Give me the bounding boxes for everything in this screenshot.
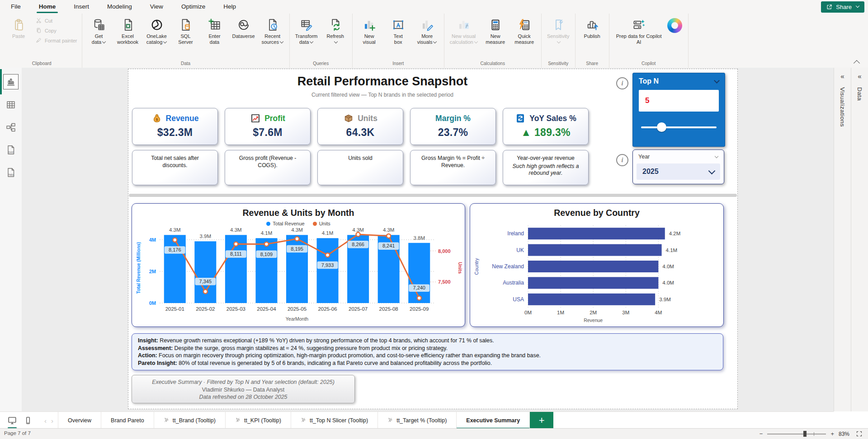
ribbon-button-new-visual[interactable]: Newvisual (355, 14, 384, 45)
kpi-description-profit[interactable]: Gross profit (Revenue - COGS). (225, 150, 311, 185)
ribbon-tab-insert[interactable]: Insert (73, 0, 90, 13)
panel-visualizations[interactable]: « Visualizations (834, 68, 851, 411)
year-slicer-chevron-icon[interactable] (715, 154, 718, 158)
top-n-chevron-down-icon[interactable] (714, 78, 720, 84)
revenue-units-by-month-chart[interactable]: Revenue & Units by Month Total Revenue U… (132, 203, 465, 327)
ribbon-button-new-visual-calculation[interactable]: New visualcalculation (447, 14, 481, 45)
kpi-description-yoy-sales[interactable]: Year-over-year revenue Such high growth … (503, 150, 589, 185)
panel-data[interactable]: « Data (851, 68, 868, 411)
zoom-slider-thumb[interactable] (803, 431, 807, 437)
zoom-out-button[interactable]: − (760, 430, 763, 437)
page-tab-tt-brand-tooltip[interactable]: tt_Brand (Tooltip) (154, 412, 226, 429)
zoom-in-button[interactable]: + (830, 430, 834, 437)
page-tab-tt-top-n-slicer-tooltip[interactable]: tt_Top N Slicer (Tooltip) (291, 412, 378, 429)
line-marker-2025-05[interactable] (295, 237, 299, 241)
kpi-card-margin[interactable]: Margin % 23.7% (410, 108, 496, 145)
ribbon-button-sql-server[interactable]: SQLServer (171, 14, 200, 45)
line-marker-2025-03[interactable] (234, 242, 238, 246)
line-marker-2025-04[interactable] (264, 242, 269, 246)
ribbon-button-publish[interactable]: Publish (578, 14, 607, 39)
collapse-ribbon-icon[interactable] (854, 60, 860, 66)
ribbon-button-more-visuals[interactable]: Morevisuals (413, 14, 442, 45)
ribbon-tab-view[interactable]: View (149, 0, 164, 13)
prev-page-arrow[interactable]: ‹ (44, 417, 47, 425)
page-tab-tt-kpi-tooltip[interactable]: tt_KPI (Tooltip) (226, 412, 291, 429)
ribbon-tab-home[interactable]: Home (38, 0, 57, 13)
top-n-input[interactable]: 5 (639, 90, 719, 112)
ribbon-button-transform-data[interactable]: Transformdata (292, 14, 321, 45)
ribbon-button-quick-measure[interactable]: Quickmeasure (510, 14, 539, 45)
legend-item-units[interactable]: Units (313, 220, 330, 227)
ribbon-button-prep-data-for-copilot-ai[interactable]: Prep data for CopilotAI (612, 14, 666, 45)
kpi-description-margin[interactable]: Gross Margin % = Profit ÷ Revenue. (410, 150, 496, 185)
sidebar-tmdl-view[interactable]: TMDL (4, 165, 18, 180)
ribbon-button-cut[interactable]: Cut (33, 17, 80, 24)
legend-item-total-revenue[interactable]: Total Revenue (266, 220, 304, 227)
ribbon-button-recent-sources[interactable]: Recentsources (258, 14, 287, 45)
country-bar-new-zealand[interactable] (528, 261, 658, 272)
next-page-arrow[interactable]: › (51, 417, 53, 425)
line-marker-2025-06[interactable] (326, 253, 330, 257)
ribbon-button-paste[interactable]: Paste (4, 14, 33, 39)
country-bar-usa[interactable] (528, 294, 655, 305)
ribbon-button-excel-workbook[interactable]: Excelworkbook (113, 14, 142, 45)
year-dropdown[interactable]: 2025 (637, 163, 720, 180)
ribbon-button-sensitivity[interactable]: Sensitivity (544, 14, 573, 45)
country-bar-ireland[interactable] (528, 228, 665, 239)
sidebar-model-view[interactable] (4, 120, 18, 135)
ribbon-button-format-painter[interactable]: Format painter (33, 37, 80, 44)
add-page-button[interactable]: + (530, 412, 553, 429)
revenue-by-country-chart[interactable]: Revenue by Country 0M1M2M3M4MIreland4.2M… (470, 203, 724, 327)
ribbon-button-onelake-catalog[interactable]: OneLakecatalog (142, 14, 171, 45)
desktop-layout-icon[interactable] (7, 416, 17, 425)
info-icon[interactable]: i (616, 77, 628, 89)
top-n-slider-track[interactable] (641, 126, 717, 128)
ribbon-button-get-data[interactable]: Getdata (85, 14, 113, 45)
ribbon-button-dataverse[interactable]: Dataverse (229, 14, 258, 39)
kpi-description-revenue[interactable]: Total net sales after discounts. (132, 150, 218, 185)
line-marker-2025-07[interactable] (356, 232, 360, 236)
kpi-card-yoy-sales[interactable]: YoY Sales % ▲ 189.3% (503, 108, 589, 145)
kpi-card-units[interactable]: Units 64.3K (317, 108, 403, 145)
ribbon-button-enter-data[interactable]: Enterdata (200, 14, 229, 45)
kpi-description-units[interactable]: Units sold (317, 150, 403, 185)
line-marker-2025-09[interactable] (417, 296, 421, 300)
top-n-slicer[interactable]: Top N 5 (632, 73, 725, 147)
ribbon-tab-optimize[interactable]: Optimize (180, 0, 206, 13)
info-icon-2[interactable]: i (616, 154, 628, 166)
page-tab-executive-summary[interactable]: Executive Summary (457, 412, 530, 429)
page-tab-overview[interactable]: Overview (58, 412, 101, 429)
ribbon-button-text-box[interactable]: Textbox (384, 14, 413, 45)
fit-to-page-icon[interactable] (856, 430, 863, 437)
line-marker-2025-02[interactable] (203, 290, 208, 294)
sidebar-report-view[interactable] (3, 74, 19, 89)
bar-2025-09[interactable] (408, 243, 430, 303)
bar-2025-06[interactable] (317, 238, 339, 303)
line-marker-2025-01[interactable] (173, 238, 177, 242)
bar-2025-01[interactable] (164, 235, 186, 303)
year-slicer[interactable]: Year 2025 (632, 149, 724, 184)
line-marker-2025-08[interactable] (387, 234, 391, 238)
bar-2025-04[interactable] (255, 238, 277, 303)
sidebar-table-view[interactable] (4, 98, 18, 112)
ribbon-button-copy[interactable]: Copy (33, 27, 80, 34)
expand-panel-icon[interactable]: « (840, 72, 844, 80)
ribbon-tab-modeling[interactable]: Modeling (106, 0, 133, 13)
zoom-slider-track[interactable] (767, 434, 826, 434)
share-button[interactable]: Share (821, 1, 864, 13)
ribbon-button-refresh[interactable]: Refresh (321, 14, 350, 45)
mobile-layout-icon[interactable] (24, 416, 33, 425)
top-n-slider-thumb[interactable] (657, 122, 666, 132)
ribbon-tab-file[interactable]: File (10, 0, 22, 13)
report-page[interactable]: Retail Performance Snapshot Current filt… (128, 69, 738, 409)
kpi-card-profit[interactable]: Profit $7.6M (225, 108, 311, 145)
expand-panel-icon[interactable]: « (858, 72, 861, 80)
country-bar-uk[interactable] (528, 244, 662, 256)
country-bar-australia[interactable] (528, 277, 658, 289)
page-tab-brand-pareto[interactable]: Brand Pareto (101, 412, 154, 429)
page-tab-tt-target-tooltip[interactable]: tt_Target % (Tooltip) (378, 412, 457, 429)
ribbon-tab-help[interactable]: Help (222, 0, 237, 13)
kpi-card-revenue[interactable]: $ Revenue $32.3M (132, 108, 218, 145)
sidebar-dax-query-view[interactable]: DAX (4, 143, 18, 157)
ribbon-button-new-measure[interactable]: Newmeasure (481, 14, 510, 45)
